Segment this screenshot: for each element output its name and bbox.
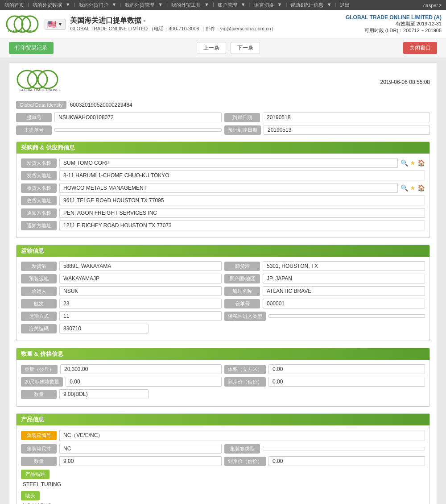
product-section: 产品信息 集装箱编号 NC（VE/E/NC） 集装箱尺寸 NC 集装箱类型 数量… (16, 413, 430, 504)
close-button-top[interactable]: 关闭窗口 (403, 42, 437, 54)
container-type-pair: 集装箱类型 (224, 444, 425, 454)
bonded-value (268, 314, 425, 318)
print-button-top[interactable]: 打印贸易记录 (9, 42, 54, 54)
arrival-price-label: 到岸价（估价） (224, 377, 266, 387)
warehouse-value: 000001 (263, 299, 425, 308)
search-icon[interactable]: 🔍 (401, 159, 408, 167)
transport-header: 运输信息 (17, 245, 429, 257)
nav-home[interactable]: 我的首页 (4, 2, 24, 8)
notify-addr-row: 通知方地址 1211 E RICHEY ROAD HOUSTON TX 7707… (21, 221, 425, 230)
transport-mode-pair: 运输方式 11 (21, 311, 222, 321)
shipper-addr-label: 发货人地址 (21, 171, 57, 180)
quantity-price-section: 数量 & 价格信息 重量（公斤） 20,303.00 体积（立方米） 0.00 … (16, 348, 430, 407)
carrier-value: NSUK (59, 286, 222, 296)
voyage-value: 23 (59, 299, 222, 308)
valid-until: 有效期至 2019-12-31 (346, 21, 442, 27)
buyer-seller-section: 采购商 & 供应商信息 发货人名称 SUMITOMO CORP 🔍 ★ 🏠 发货… (16, 142, 430, 238)
nav-portal[interactable]: 我的外贸门户 (79, 2, 108, 8)
receipt-logo: GLOBAL TRADE ONLINE LIMITED (16, 70, 61, 94)
nav-dropdown-arrow: ▼ (66, 2, 70, 8)
nav-portal-arrow: ▼ (112, 2, 117, 8)
flag-selector[interactable]: 🇺🇸 ▼ (45, 19, 66, 30)
volume-label: 体积（立方米） (224, 365, 266, 374)
volume-pair: 体积（立方米） 0.00 (224, 364, 425, 374)
origin-country-pair: 原产国/地区 JP, JAPAN (224, 274, 425, 283)
twentyft-price-row: 20尺标准箱数量 0.00 到岸价（估价） 0.00 (21, 377, 425, 387)
nav-account[interactable]: 账户管理 (218, 2, 237, 8)
nav-management[interactable]: 我的外贸管理 (125, 2, 154, 8)
logo: GLOBAL TRADE (4, 13, 40, 35)
bill-no-pair: 提单号 NSUKWAHO00108072 (16, 112, 222, 122)
origin-country-value: JP, JAPAN (263, 274, 425, 283)
notify-name-row: 通知方名称 PENTAGON FREIGHT SERVICES INC (21, 208, 425, 218)
main-bill-pair: 主提单号 (16, 125, 222, 135)
consignee-addr-label: 收货人地址 (21, 196, 57, 205)
transport-mode-row: 运输方式 11 保税区进入类型 (21, 311, 425, 321)
header-left: GLOBAL TRADE 🇺🇸 ▼ 美国海关进口提单数据 - GLOBAL TR… (4, 13, 276, 35)
load-origin-row: 预装运地 WAKAYAMAJP 原产国/地区 JP, JAPAN (21, 274, 425, 283)
est-arrival-pair: 预计到岸日期 20190513 (224, 125, 430, 135)
header: GLOBAL TRADE 🇺🇸 ▼ 美国海关进口提单数据 - GLOBAL TR… (0, 10, 446, 38)
flag-arrow: ▼ (58, 21, 63, 27)
quantity-row: 数量 9.00(BDL) (21, 389, 425, 399)
shipper-name-row: 发货人名称 SUMITOMO CORP 🔍 ★ 🏠 (21, 158, 425, 168)
home-icon[interactable]: 🏠 (417, 159, 425, 167)
gdi-value: 600320190520000229484 (70, 102, 132, 108)
bonded-pair: 保税区进入类型 (224, 312, 425, 321)
nav-trade-data[interactable]: 我的外贸数据 (33, 2, 62, 8)
main-content: GLOBAL TRADE ONLINE LIMITED 2019-06-06 0… (9, 62, 437, 504)
consignee-addr-value: 9611 TELGE ROAD HOUSTON TX 77095 (59, 196, 425, 205)
nav-items: 我的首页 | 我的外贸数据 ▼ | 我的外贸门户 ▼ | 我的外贸管理 ▼ | … (4, 2, 350, 8)
quantity-value: 9.00(BDL) (59, 389, 149, 399)
consignee-home-icon[interactable]: 🏠 (417, 184, 425, 192)
prod-price-pair: 到岸价（估价） 0.00 (224, 456, 425, 466)
origin-port-pair: 发货港 58891, WAKAYAMA (21, 261, 222, 271)
ldr-label: 可用时段 (LDR)： (364, 28, 403, 33)
right-company: GLOBAL TRADE ONLINE LIMITED (A) (346, 14, 442, 21)
weight-value: 20,303.00 (60, 364, 222, 374)
valid-until-value: 2019-12-31 (417, 21, 442, 26)
vessel-pair: 船只名称 ATLANTIC BRAVE (224, 286, 425, 296)
nav-logout[interactable]: 退出 (340, 2, 350, 8)
arrival-date-value: 20190518 (263, 112, 430, 122)
load-place-pair: 预装运地 WAKAYAMAJP (21, 274, 222, 283)
consignee-icons: 🔍 ★ 🏠 (401, 184, 425, 192)
receipt-header: GLOBAL TRADE ONLINE LIMITED 2019-06-06 0… (16, 70, 430, 94)
customs-code-row: 海关编码 830710 (21, 324, 425, 333)
ldr: 可用时段 (LDR)：200712 ~ 201905 (346, 27, 442, 34)
marks-label: 唛头 (21, 491, 40, 500)
weight-volume-row: 重量（公斤） 20,303.00 体积（立方米） 0.00 (21, 364, 425, 374)
twenty-ft-label: 20尺标准箱数量 (21, 377, 63, 387)
consignee-name-label: 收货人名称 (21, 183, 57, 193)
main-bill-row: 主提单号 预计到岸日期 20190513 (16, 125, 430, 135)
marks-block: 唛头 NO MARKS (21, 491, 425, 504)
product-desc-block: 产品描述 STEEL TUBING (21, 470, 425, 487)
nav-language-arrow: ▼ (277, 2, 282, 8)
nav-help[interactable]: 帮助&统计信息 (290, 2, 323, 8)
receipt-logo-svg: GLOBAL TRADE ONLINE LIMITED (16, 70, 61, 94)
header-title-block: 美国海关进口提单数据 - GLOBAL TRADE ONLINE LIMITED… (70, 16, 276, 32)
arrival-date-label: 到岸日期 (224, 113, 260, 122)
carrier-vessel-row: 承运人 NSUK 船只名称 ATLANTIC BRAVE (21, 286, 425, 296)
customs-code-label: 海关编码 (21, 324, 57, 333)
next-button-top[interactable]: 下一条 (231, 42, 260, 54)
arrival-price-pair: 到岸价（估价） 0.00 (224, 377, 425, 387)
consignee-search-icon[interactable]: 🔍 (401, 184, 408, 192)
star-icon[interactable]: ★ (410, 159, 416, 167)
product-desc-value: STEEL TUBING (21, 481, 425, 487)
container-size-pair: 集装箱尺寸 NC (21, 444, 222, 454)
svg-text:GLOBAL TRADE ONLINE LIMITED: GLOBAL TRADE ONLINE LIMITED (20, 88, 61, 92)
nav-tools[interactable]: 我的外贸工具 (171, 2, 201, 8)
consignee-star-icon[interactable]: ★ (410, 184, 416, 192)
nav-language[interactable]: 语言切换 (254, 2, 274, 8)
logo-svg: GLOBAL TRADE (6, 13, 39, 35)
page-title: 美国海关进口提单数据 - (70, 16, 276, 25)
top-toolbar: 打印贸易记录 上一条 下一条 关闭窗口 (0, 38, 446, 58)
logo-image: GLOBAL TRADE (4, 13, 40, 35)
buyer-seller-header: 采购商 & 供应商信息 (17, 142, 429, 154)
notify-addr-label: 通知方地址 (21, 221, 57, 230)
email-value: vip@pierschina.com.cn (220, 26, 271, 31)
prev-button-top[interactable]: 上一条 (197, 42, 226, 54)
load-place-label: 预装运地 (21, 274, 57, 283)
container-no-label: 集装箱编号 (21, 431, 57, 440)
